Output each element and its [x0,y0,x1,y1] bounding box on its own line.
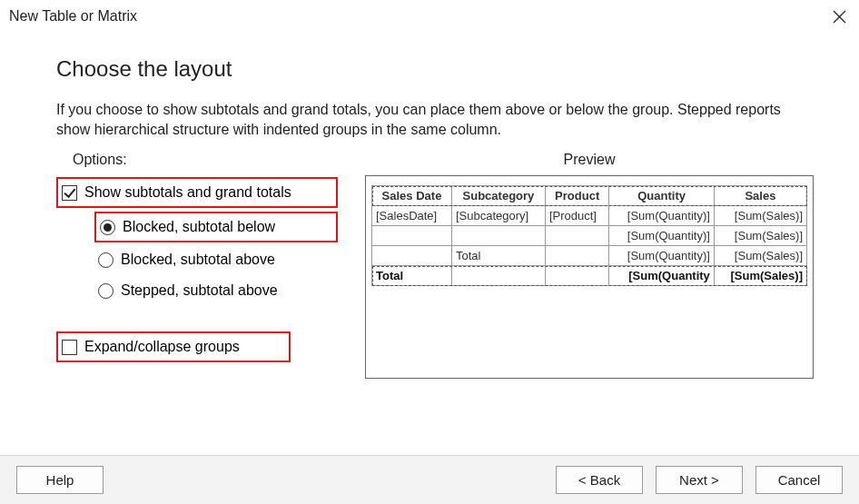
radio-blocked-below-label: Blocked, subtotal below [123,219,275,235]
columns: Options: Show subtotals and grand totals… [56,152,814,379]
col-header: Subcategory [451,186,545,206]
radio-icon [98,283,114,299]
checkbox-icon [62,340,77,355]
close-button[interactable] [830,7,848,25]
content-area: Choose the layout If you choose to show … [0,31,859,379]
checkbox-expand-collapse[interactable]: Expand/collapse groups [56,331,291,362]
cell: Total [372,266,452,286]
wizard-buttons: < Back Next > Cancel [556,466,843,494]
cell [545,266,608,286]
radio-icon [100,220,115,235]
cell: [Sum(Quantity)] [609,246,714,266]
next-button[interactable]: Next > [656,466,743,494]
cell: [Sum(Quantity)] [609,226,714,246]
cell: [Product] [545,206,608,226]
cell [545,226,608,246]
page-heading: Choose the layout [56,56,814,82]
table-row: [SalesDate] [Subcategory] [Product] [Sum… [372,206,807,226]
preview-table: Sales Date Subcategory Product Quantity … [371,185,807,286]
cell [451,226,545,246]
cell [372,246,452,266]
checkbox-icon [62,185,77,201]
table-header-row: Sales Date Subcategory Product Quantity … [372,186,807,206]
cell: Total [451,246,545,266]
radio-stepped-above-label: Stepped, subtotal above [121,282,278,299]
window-title: New Table or Matrix [9,8,137,25]
table-row: Total [Sum(Quantity [Sum(Sales)] [372,266,807,286]
radio-stepped-above[interactable]: Stepped, subtotal above [94,277,338,304]
footer: Help < Back Next > Cancel [0,455,859,504]
close-icon [833,10,846,24]
cell: [Sum(Quantity [609,266,714,286]
preview-column: Preview Sales Date Subcategory Product Q… [365,152,814,379]
col-header: Sales Date [372,186,452,206]
cell: [Sum(Quantity)] [609,206,714,226]
page-description: If you choose to show subtotals and gran… [56,100,814,139]
cell: [Subcategory] [451,206,545,226]
radio-blocked-above[interactable]: Blocked, subtotal above [94,246,338,273]
table-row: [Sum(Quantity)] [Sum(Sales)] [372,226,807,246]
cell: [Sum(Sales)] [714,266,806,286]
help-button[interactable]: Help [16,466,104,494]
checkbox-show-totals-label: Show subtotals and grand totals [84,184,291,201]
table-row: Total [Sum(Quantity)] [Sum(Sales)] [372,246,807,266]
cell: [Sum(Sales)] [714,206,806,226]
options-column: Options: Show subtotals and grand totals… [56,152,338,379]
titlebar: New Table or Matrix [0,0,859,31]
cell [372,226,452,246]
col-header: Quantity [609,186,714,206]
radio-blocked-above-label: Blocked, subtotal above [121,252,275,268]
cell [545,246,608,266]
radio-icon [98,252,114,268]
cell: [Sum(Sales)] [714,226,806,246]
checkbox-show-totals[interactable]: Show subtotals and grand totals [56,177,338,208]
preview-box: Sales Date Subcategory Product Quantity … [365,175,814,379]
cell: [Sum(Sales)] [714,246,806,266]
cell [451,266,545,286]
col-header: Product [545,186,608,206]
back-button[interactable]: < Back [556,466,643,494]
col-header: Sales [714,186,806,206]
checkbox-expand-collapse-label: Expand/collapse groups [84,339,240,355]
radio-blocked-below[interactable]: Blocked, subtotal below [94,212,338,242]
cancel-button[interactable]: Cancel [755,466,843,494]
preview-label: Preview [365,152,814,168]
cell: [SalesDate] [372,206,452,226]
options-label: Options: [73,152,338,168]
